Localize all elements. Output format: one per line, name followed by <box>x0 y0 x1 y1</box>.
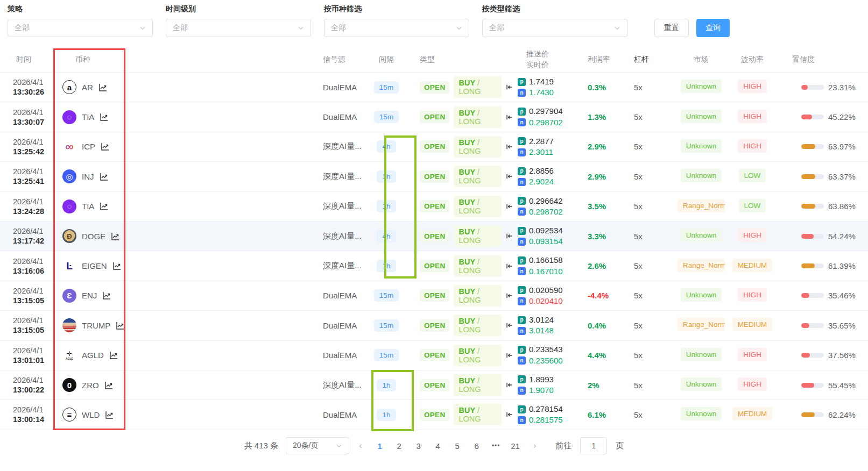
leverage: 5x <box>632 142 675 151</box>
page-number-6[interactable]: 6 <box>469 438 485 454</box>
more-pages-button[interactable]: ••• <box>488 438 504 454</box>
price-cell: p0.020590 n0.020410 <box>516 285 585 307</box>
profit-rate: -4.4% <box>585 291 632 300</box>
page-number-21[interactable]: 21 <box>507 438 524 454</box>
page-number-4[interactable]: 4 <box>430 438 446 454</box>
chart-line-icon[interactable] <box>98 83 108 92</box>
side-badge: BUY / LONG <box>454 166 502 187</box>
profit-rate: 0.4% <box>585 321 632 330</box>
confidence-cell: 63.86% <box>777 202 868 211</box>
table-row[interactable]: 2026/4/1 13:16:06 Ŀ EIGEN 深度AI量... 1h OP… <box>0 251 868 281</box>
live-price-icon: n <box>518 178 526 186</box>
coin-filter-select[interactable]: 全部 <box>324 19 469 37</box>
total-count: 共 413 条 <box>244 441 278 451</box>
confidence-bar-fill <box>801 412 815 417</box>
live-price-icon: n <box>518 297 526 305</box>
page-number-2[interactable]: 2 <box>391 438 407 454</box>
chart-line-icon[interactable] <box>101 142 110 151</box>
page-size-select[interactable]: 20条/页 <box>286 437 349 454</box>
type-filter-select[interactable]: 全部 <box>482 19 627 37</box>
table-row[interactable]: 2026/4/1 13:30:07 ◌ TIA DualEMA 15m OPEN… <box>0 102 868 132</box>
table-row[interactable]: 2026/4/1 13:17:42 Ð DOGE 深度AI量... 4h OPE… <box>0 222 868 251</box>
table-row[interactable]: 2026/4/1 13:00:14 ≡ WLD DualEMA 1h OPEN … <box>0 400 868 430</box>
market-badge: Range_Norma <box>678 199 725 212</box>
push-price-icon: p <box>518 316 526 324</box>
table-row[interactable]: 2026/4/1 13:01:01 ✛AGLD AGLD DualEMA 15m… <box>0 341 868 370</box>
confidence-value: 55.45% <box>828 381 856 390</box>
chart-line-icon[interactable] <box>109 351 118 360</box>
table-row[interactable]: 2026/4/1 13:25:41 ◎ INJ 深度AI量... 1h OPEN… <box>0 162 868 191</box>
signal-date: 2026/4/1 <box>13 287 52 295</box>
price-cell: p1.8993 n1.9070 <box>516 374 585 396</box>
signal-source: DualEMA <box>321 83 367 92</box>
side-main: BUY <box>458 138 475 147</box>
chart-line-icon[interactable] <box>104 381 114 390</box>
confidence-value: 35.65% <box>828 321 856 330</box>
arrow-bar-to-left-icon <box>506 291 513 300</box>
strategy-select[interactable]: 全部 <box>8 19 153 37</box>
chart-line-icon[interactable] <box>105 410 114 419</box>
table-row[interactable]: 2026/4/1 13:15:05 Ɛ ENJ DualEMA 15m OPEN… <box>0 281 868 311</box>
time-cell: 2026/4/1 13:15:05 <box>0 287 54 305</box>
page-number-5[interactable]: 5 <box>449 438 465 454</box>
page-number-1[interactable]: 1 <box>372 438 388 454</box>
table-header: 时间 币种 信号源 间隔 类型 推送价 实时价 利润率 杠杆 市场 波动率 置信… <box>0 47 868 73</box>
live-price-icon: n <box>518 416 526 424</box>
leverage: 5x <box>632 410 675 419</box>
chart-line-icon[interactable] <box>100 202 109 211</box>
next-page-button[interactable]: › <box>531 440 539 451</box>
table-row[interactable]: 2026/4/1 13:24:28 ◌ TIA 深度AI量... 1h OPEN… <box>0 192 868 222</box>
col-header-confidence: 置信度 <box>777 55 868 65</box>
volatility-cell: MEDIUM <box>728 259 777 274</box>
interval-badge: 1h <box>377 200 396 212</box>
goto-page-input[interactable] <box>580 437 607 454</box>
interval-badge: 1h <box>377 379 396 391</box>
side-main: BUY <box>458 227 475 236</box>
timeframe-select[interactable]: 全部 <box>166 19 311 37</box>
confidence-cell: 63.97% <box>777 142 868 151</box>
time-cell: 2026/4/1 13:00:22 <box>0 376 54 394</box>
coin-name: ZRO <box>82 381 99 390</box>
col-header-type: 类型 <box>406 55 516 65</box>
time-cell: 2026/4/1 13:25:41 <box>0 167 54 185</box>
chevron-down-icon <box>336 443 342 449</box>
coin-cell: 0 ZRO <box>54 378 321 392</box>
signal-source: DualEMA <box>321 351 367 360</box>
time-cell: 2026/4/1 13:24:28 <box>0 197 54 216</box>
confidence-value: 63.86% <box>828 202 856 211</box>
time-cell: 2026/4/1 13:25:42 <box>0 138 54 156</box>
push-price-icon: p <box>518 197 526 205</box>
live-price: 2.3011 <box>529 147 553 158</box>
side-badge: BUY / LONG <box>454 315 502 336</box>
price-cell: p3.0124 n3.0148 <box>516 315 585 337</box>
query-button[interactable]: 查询 <box>696 19 730 37</box>
coin-name: WLD <box>82 410 100 419</box>
push-price-icon: p <box>518 227 526 235</box>
market-badge: Unknown <box>681 139 722 153</box>
page-number-3[interactable]: 3 <box>411 438 427 454</box>
table-row[interactable]: 2026/4/1 13:25:42 ∞ ICP 深度AI量... 4h OPEN… <box>0 132 868 162</box>
table-row[interactable]: 2026/4/1 13:30:26 a AR DualEMA 15m OPEN … <box>0 73 868 102</box>
prev-page-button[interactable]: ‹ <box>357 440 364 451</box>
chart-line-icon[interactable] <box>116 321 125 330</box>
chart-line-icon[interactable] <box>102 291 111 300</box>
chart-line-icon[interactable] <box>100 172 109 181</box>
coin-cell: Ð DOGE <box>54 229 321 243</box>
signal-date: 2026/4/1 <box>13 405 52 414</box>
volatility-cell: LOW <box>728 199 777 214</box>
chart-line-icon[interactable] <box>111 232 120 241</box>
signal-date: 2026/4/1 <box>13 197 52 206</box>
push-price: 1.8993 <box>529 374 554 385</box>
reset-button[interactable]: 重置 <box>654 19 689 37</box>
confidence-cell: 55.45% <box>777 381 868 390</box>
chart-line-icon[interactable] <box>112 261 122 270</box>
side-main: BUY <box>458 78 475 87</box>
confidence-bar-track <box>801 85 824 90</box>
confidence-bar-fill <box>801 174 815 179</box>
side-main: BUY <box>458 198 475 206</box>
table-row[interactable]: 2026/4/1 13:15:05 TRUMP DualEMA 15m OPEN… <box>0 311 868 340</box>
chart-line-icon[interactable] <box>100 112 109 122</box>
signal-date: 2026/4/1 <box>13 376 52 384</box>
confidence-bar-fill <box>801 144 815 149</box>
table-row[interactable]: 2026/4/1 13:00:22 0 ZRO 深度AI量... 1h OPEN… <box>0 370 868 400</box>
